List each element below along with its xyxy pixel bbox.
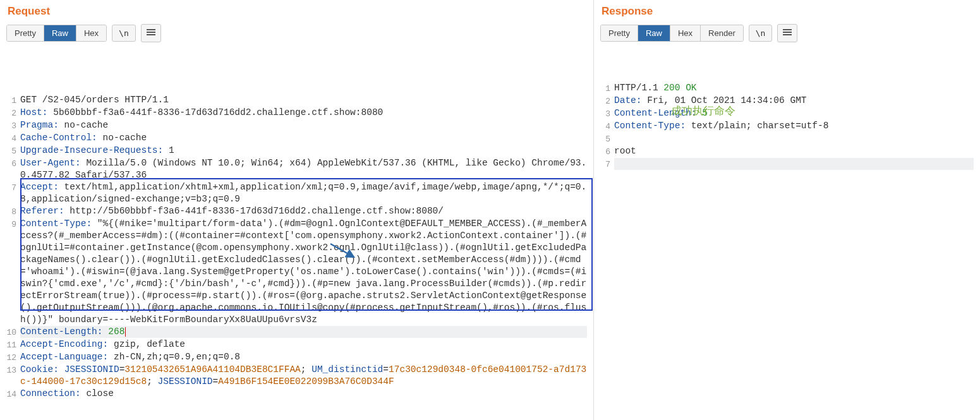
code-line[interactable]: 7 xyxy=(600,158,974,171)
request-tab-group: PrettyRawHex xyxy=(6,25,107,42)
line-number: 1 xyxy=(600,82,614,95)
line-content[interactable]: Content-Length: 268 xyxy=(20,326,587,338)
request-editor[interactable]: 1GET /S2-045/orders HTTP/1.12Host: 5b60b… xyxy=(6,46,587,400)
line-number: 5 xyxy=(6,145,20,157)
code-line[interactable]: 6User-Agent: Mozilla/5.0 (Windows NT 10.… xyxy=(6,157,587,181)
line-number: 11 xyxy=(6,339,20,351)
line-content[interactable]: User-Agent: Mozilla/5.0 (Windows NT 10.0… xyxy=(20,157,587,181)
line-content[interactable]: Cache-Control: no-cache xyxy=(20,132,587,144)
code-line[interactable]: 8Referer: http://5b60bbbf-f3a6-441f-8336… xyxy=(6,205,587,218)
line-content[interactable]: Accept-Language: zh-CN,zh;q=0.9,en;q=0.8 xyxy=(20,351,587,363)
code-line[interactable]: 7Accept: text/html,application/xhtml+xml… xyxy=(6,181,587,205)
line-content[interactable] xyxy=(614,133,974,145)
line-number: 2 xyxy=(6,107,20,119)
line-content[interactable]: Date: Fri, 01 Oct 2021 14:34:06 GMT xyxy=(614,95,974,107)
line-content[interactable]: Referer: http://5b60bbbf-f3a6-441f-8336-… xyxy=(20,205,587,217)
line-number: 12 xyxy=(6,351,20,364)
code-line[interactable]: 1GET /S2-045/orders HTTP/1.1 xyxy=(6,94,587,107)
tab-raw[interactable]: Raw xyxy=(44,25,76,41)
line-content[interactable]: GET /S2-045/orders HTTP/1.1 xyxy=(20,94,587,106)
code-line[interactable]: 4Cache-Control: no-cache xyxy=(6,132,587,145)
code-line[interactable]: 9Content-Type: "%{(#nike='multipart/form… xyxy=(6,218,587,326)
code-line[interactable]: 5Upgrade-Insecure-Requests: 1 xyxy=(6,145,587,157)
line-number: 4 xyxy=(600,120,614,133)
line-content[interactable]: Connection: close xyxy=(20,388,587,400)
response-panel: Response PrettyRawHexRender \n 成功执行命令 1H… xyxy=(594,0,980,420)
request-title: Request xyxy=(6,5,587,18)
line-number: 14 xyxy=(6,388,20,400)
line-number: 7 xyxy=(6,181,20,194)
tab-pretty[interactable]: Pretty xyxy=(601,25,638,41)
code-line[interactable]: 11Accept-Encoding: gzip, deflate xyxy=(6,339,587,351)
tab-hex[interactable]: Hex xyxy=(670,25,701,41)
line-number: 2 xyxy=(600,95,614,107)
code-line[interactable]: 5 xyxy=(600,133,974,145)
newline-toggle-button[interactable]: \n xyxy=(749,25,773,42)
response-viewer[interactable]: 成功执行命令 1HTTP/1.1 200 OK2Date: Fri, 01 Oc… xyxy=(600,46,974,171)
line-number: 9 xyxy=(6,218,20,231)
hamburger-icon xyxy=(783,28,792,37)
line-content[interactable]: Accept-Encoding: gzip, deflate xyxy=(20,339,587,351)
hamburger-menu-button[interactable] xyxy=(777,24,797,42)
code-line[interactable]: 3Content-Length: 5 xyxy=(600,107,974,120)
line-number: 1 xyxy=(6,94,20,107)
request-panel: Request PrettyRawHex \n 1GET /S2-045/ord… xyxy=(0,0,594,420)
line-content[interactable]: Upgrade-Insecure-Requests: 1 xyxy=(20,145,587,157)
response-tab-group: PrettyRawHexRender xyxy=(600,25,744,42)
code-line[interactable]: 3Pragma: no-cache xyxy=(6,119,587,132)
line-content[interactable] xyxy=(614,158,974,170)
line-number: 6 xyxy=(6,157,20,170)
line-number: 13 xyxy=(6,364,20,376)
text-cursor xyxy=(125,327,126,337)
code-line[interactable]: 2Host: 5b60bbbf-f3a6-441f-8336-17d63d716… xyxy=(6,107,587,119)
code-line[interactable]: 4Content-Type: text/plain; charset=utf-8 xyxy=(600,120,974,133)
line-content[interactable]: Content-Type: "%{(#nike='multipart/form-… xyxy=(20,218,587,326)
line-number: 7 xyxy=(600,158,614,171)
newline-toggle-button[interactable]: \n xyxy=(112,25,136,42)
tab-pretty[interactable]: Pretty xyxy=(7,25,44,41)
code-line[interactable]: 13Cookie: JSESSIONID=312105432651A96A411… xyxy=(6,364,587,388)
line-number: 6 xyxy=(600,145,614,158)
line-content[interactable]: Cookie: JSESSIONID=312105432651A96A41104… xyxy=(20,364,587,388)
code-line[interactable]: 1HTTP/1.1 200 OK xyxy=(600,82,974,95)
line-number: 4 xyxy=(6,132,20,145)
tab-render[interactable]: Render xyxy=(701,25,743,41)
response-toolbar: PrettyRawHexRender \n xyxy=(600,24,974,42)
request-toolbar: PrettyRawHex \n xyxy=(6,24,587,42)
code-line[interactable]: 12Accept-Language: zh-CN,zh;q=0.9,en;q=0… xyxy=(6,351,587,364)
line-content[interactable]: root xyxy=(614,145,974,157)
tab-raw[interactable]: Raw xyxy=(638,25,670,41)
line-content[interactable]: Accept: text/html,application/xhtml+xml,… xyxy=(20,181,587,205)
code-line[interactable]: 6root xyxy=(600,145,974,158)
code-line[interactable]: 10Content-Length: 268 xyxy=(6,326,587,339)
line-number: 5 xyxy=(600,133,614,145)
line-content[interactable]: HTTP/1.1 200 OK xyxy=(614,82,974,94)
line-content[interactable]: Content-Type: text/plain; charset=utf-8 xyxy=(614,120,974,132)
line-number: 3 xyxy=(6,119,20,132)
tab-hex[interactable]: Hex xyxy=(76,25,106,41)
line-content[interactable]: Content-Length: 5 xyxy=(614,107,974,119)
code-line[interactable]: 2Date: Fri, 01 Oct 2021 14:34:06 GMT xyxy=(600,95,974,107)
line-number: 8 xyxy=(6,205,20,218)
response-title: Response xyxy=(600,5,974,18)
line-number: 10 xyxy=(6,326,20,339)
line-content[interactable]: Host: 5b60bbbf-f3a6-441f-8336-17d63d716d… xyxy=(20,107,587,119)
code-line[interactable]: 14Connection: close xyxy=(6,388,587,400)
line-content[interactable]: Pragma: no-cache xyxy=(20,119,587,131)
line-number: 3 xyxy=(600,107,614,120)
hamburger-icon xyxy=(147,28,155,37)
hamburger-menu-button[interactable] xyxy=(141,24,161,42)
